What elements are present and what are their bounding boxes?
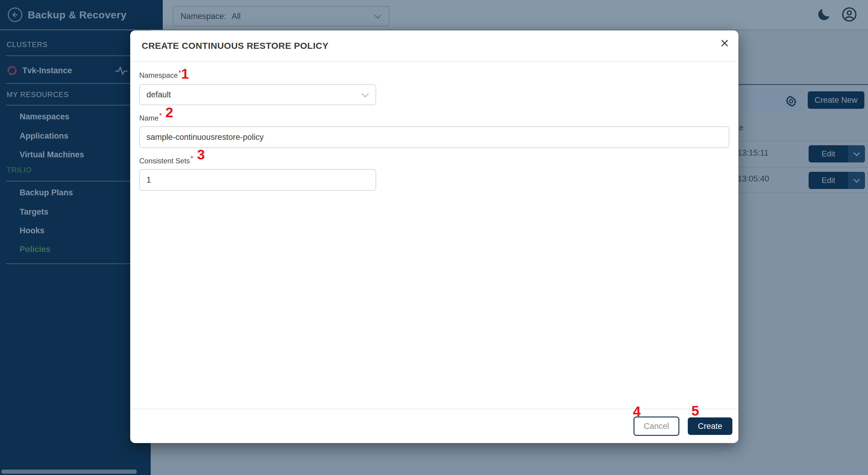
namespace-field-label: Namespace* (139, 71, 730, 80)
modal-header: CREATE CONTINUOUS RESTORE POLICY ✕ (130, 30, 738, 62)
annotation-5: 5 (691, 404, 699, 418)
annotation-1: 1 (181, 67, 189, 81)
consistent-sets-field-label: Consistent Sets* (139, 156, 730, 165)
close-icon[interactable]: ✕ (720, 38, 730, 49)
modal-footer: Cancel Create (130, 409, 738, 443)
cancel-button[interactable]: Cancel (633, 416, 679, 436)
modal-title: CREATE CONTINUOUS RESTORE POLICY (142, 30, 329, 61)
name-field-label: Name* (139, 114, 730, 123)
label-text: Consistent Sets (139, 157, 190, 165)
label-text: Name (139, 114, 158, 122)
create-continuous-restore-policy-modal: CREATE CONTINUOUS RESTORE POLICY ✕ Names… (130, 30, 738, 443)
modal-body: Namespace* default Name* Consistent Sets… (130, 62, 738, 191)
namespace-dropdown-value: default (140, 85, 375, 104)
label-text: Namespace (139, 71, 178, 79)
namespace-dropdown[interactable]: default (139, 84, 376, 105)
annotation-3: 3 (197, 148, 205, 162)
name-input[interactable] (139, 126, 730, 148)
required-asterisk: * (179, 69, 181, 77)
create-button[interactable]: Create (688, 417, 733, 435)
consistent-sets-input[interactable] (139, 169, 376, 191)
required-asterisk: * (159, 112, 162, 120)
required-asterisk: * (190, 154, 193, 162)
annotation-4: 4 (633, 405, 641, 418)
app-root: CLUSTERS Tvk-Instance MY RESOURCES Names… (0, 0, 868, 475)
annotation-2: 2 (165, 105, 173, 119)
